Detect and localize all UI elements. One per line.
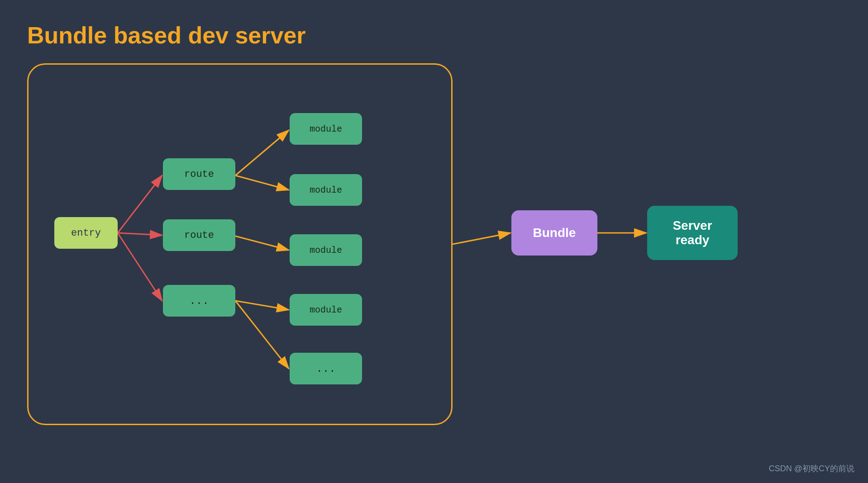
node-dots1: ... (163, 285, 235, 317)
page-title: Bundle based dev server (27, 22, 306, 49)
node-server-ready: Serverready (647, 206, 738, 260)
node-route2: route (163, 219, 235, 251)
node-module4: module (290, 294, 362, 326)
watermark: CSDN @初映CY的前说 (769, 463, 854, 474)
svg-line-10 (453, 233, 510, 244)
node-module1: module (290, 113, 362, 145)
slide: Bundle based dev server (0, 0, 868, 483)
node-route1: route (163, 158, 235, 190)
node-dots2: ... (290, 353, 362, 384)
node-entry: entry (54, 217, 118, 249)
node-module3: module (290, 234, 362, 266)
node-bundle: Bundle (511, 210, 597, 256)
node-module2: module (290, 174, 362, 206)
diagram: entry route route ... module module modu… (27, 63, 842, 452)
